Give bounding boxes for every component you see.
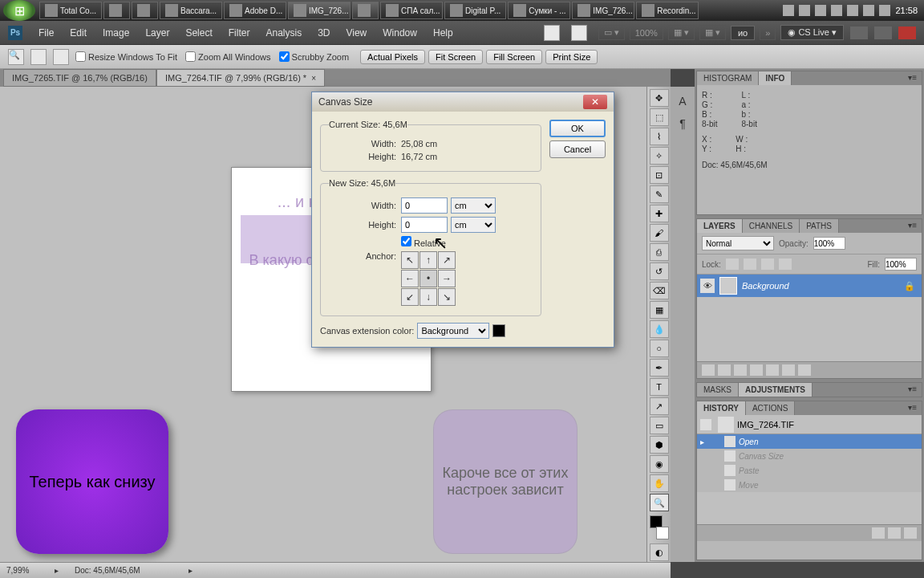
document-tab[interactable]: IMG_7265.TIF @ 16,7% (RGB/16) (3, 69, 156, 87)
lock-icon[interactable]: 🔒 (904, 281, 915, 291)
3d-tool[interactable]: ⬢ (650, 436, 669, 454)
zoom-tool-icon[interactable]: 🔍 (8, 49, 24, 65)
status-zoom[interactable]: 7,99% (6, 566, 55, 575)
width-input[interactable] (401, 197, 448, 214)
delete-layer-icon[interactable] (798, 364, 811, 376)
mini-bridge-icon[interactable] (571, 25, 587, 41)
layer-style-icon[interactable] (718, 364, 731, 376)
fit-screen-button[interactable]: Fit Screen (428, 50, 483, 64)
menu-3d[interactable]: 3D (310, 24, 338, 42)
tray-icon[interactable] (847, 5, 858, 16)
color-swatches[interactable] (650, 515, 669, 539)
resize-windows-checkbox[interactable]: Resize Windows To Fit (75, 51, 177, 62)
workspace-switcher[interactable]: ио (731, 26, 755, 40)
actual-pixels-button[interactable]: Actual Pixels (360, 50, 425, 64)
tray-icon[interactable] (783, 5, 794, 16)
relative-checkbox[interactable]: Relative (401, 236, 446, 248)
taskbar-item[interactable]: СПА сал... (380, 2, 443, 19)
ok-button[interactable]: OK (549, 120, 606, 137)
taskbar-item[interactable]: Digital P... (444, 2, 506, 19)
lock-transparency-icon[interactable] (726, 258, 739, 270)
height-input[interactable] (401, 217, 448, 233)
layer-row[interactable]: 👁 Background 🔒 (697, 275, 922, 297)
eraser-tool[interactable]: ⌫ (650, 282, 669, 299)
tab-paths[interactable]: PATHS (800, 219, 839, 233)
history-item[interactable]: ▸Open (697, 434, 922, 449)
tab-info[interactable]: INFO (759, 71, 792, 85)
menu-window[interactable]: Window (375, 24, 425, 42)
blend-mode-select[interactable]: Normal (702, 236, 774, 250)
menu-analysis[interactable]: Analysis (257, 24, 310, 42)
cancel-button[interactable]: Cancel (549, 140, 606, 158)
menu-select[interactable]: Select (177, 24, 220, 42)
crop-tool[interactable]: ⊡ (650, 166, 669, 184)
menu-view[interactable]: View (338, 24, 375, 42)
dialog-close-button[interactable]: ✕ (583, 95, 607, 109)
taskbar-item[interactable] (352, 2, 379, 19)
dialog-titlebar[interactable]: Canvas Size ✕ (312, 92, 614, 112)
zoom-tool[interactable]: 🔍 (650, 494, 669, 511)
anchor-center[interactable]: • (419, 270, 437, 287)
shape-tool[interactable]: ▭ (650, 417, 669, 434)
tab-histogram[interactable]: HISTOGRAM (697, 71, 759, 85)
new-layer-icon[interactable] (782, 364, 795, 376)
fill-screen-button[interactable]: Fill Screen (486, 50, 542, 64)
tab-layers[interactable]: LAYERS (697, 219, 743, 233)
paragraph-panel-icon[interactable]: ¶ (674, 115, 691, 132)
history-item[interactable]: Move (697, 478, 922, 492)
arrange-dropdown[interactable]: ▦ ▾ (668, 25, 695, 40)
anchor-e[interactable]: → (438, 270, 456, 287)
tray-icon[interactable] (879, 5, 890, 16)
ext-color-select[interactable]: Background (417, 323, 489, 339)
menu-layer[interactable]: Layer (137, 24, 177, 42)
taskbar-item[interactable]: Total Co... (39, 2, 102, 19)
3d-camera-tool[interactable]: ◉ (650, 455, 669, 473)
anchor-nw[interactable]: ↖ (401, 251, 419, 269)
link-layers-icon[interactable] (702, 364, 715, 376)
move-tool[interactable]: ✥ (650, 89, 669, 107)
marquee-tool[interactable]: ⬚ (650, 108, 669, 126)
visibility-icon[interactable]: 👁 (700, 279, 715, 293)
menu-filter[interactable]: Filter (221, 24, 258, 42)
anchor-se[interactable]: ↘ (438, 288, 456, 306)
anchor-ne[interactable]: ↗ (438, 251, 456, 269)
lock-all-icon[interactable] (779, 258, 792, 270)
tab-masks[interactable]: MASKS (697, 383, 739, 397)
character-panel-icon[interactable]: A (674, 92, 691, 110)
anchor-sw[interactable]: ↙ (401, 288, 419, 306)
gradient-tool[interactable]: ▦ (650, 301, 669, 319)
taskbar-item[interactable]: IMG_726... (288, 2, 351, 19)
lasso-tool[interactable]: ⌇ (650, 128, 669, 145)
print-size-button[interactable]: Print Size (545, 50, 598, 64)
minimize-button[interactable] (850, 26, 868, 39)
eyedropper-tool[interactable]: ✎ (650, 185, 669, 203)
tab-actions[interactable]: ACTIONS (746, 401, 795, 415)
tray-icon[interactable] (815, 5, 826, 16)
anchor-n[interactable]: ↑ (419, 251, 437, 269)
workspace-more[interactable]: » (760, 26, 776, 40)
brush-tool[interactable]: 🖌 (650, 224, 669, 242)
healing-tool[interactable]: ✚ (650, 205, 669, 222)
quick-mask-icon[interactable]: ◐ (650, 543, 669, 561)
adjustment-layer-icon[interactable] (750, 364, 763, 376)
history-snapshot[interactable]: IMG_7264.TIF (697, 415, 922, 434)
dodge-tool[interactable]: ○ (650, 340, 669, 357)
taskbar-item[interactable]: IMG_726... (572, 2, 634, 19)
status-doc-info[interactable]: Doc: 45,6M/45,6M (75, 566, 140, 575)
menu-image[interactable]: Image (95, 24, 137, 42)
tray-icon[interactable] (799, 5, 810, 16)
type-tool[interactable]: T (650, 378, 669, 396)
launch-bridge-icon[interactable] (544, 25, 560, 41)
tray-icon[interactable] (831, 5, 842, 16)
tab-close-icon[interactable]: × (311, 74, 316, 83)
menu-edit[interactable]: Edit (62, 24, 95, 42)
start-button[interactable]: ⊞ (3, 0, 35, 21)
zoom-dropdown[interactable]: 100% (630, 26, 663, 40)
taskbar-item[interactable] (132, 2, 158, 19)
taskbar-item[interactable] (103, 2, 130, 19)
lock-pixels-icon[interactable] (744, 258, 756, 270)
layer-thumbnail[interactable] (719, 277, 737, 295)
zoom-all-checkbox[interactable]: Zoom All Windows (185, 51, 270, 62)
opacity-input[interactable] (813, 237, 845, 250)
clock[interactable]: 21:58 (895, 6, 918, 15)
